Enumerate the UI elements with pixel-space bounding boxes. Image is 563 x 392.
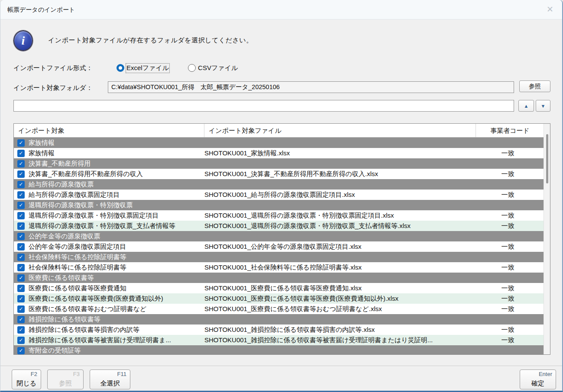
row-code: 一致 bbox=[476, 305, 544, 313]
table-row[interactable]: ✓ 決算書_不動産所得用不動産所得の収入 SHOTOKU001_決算書_不動産所… bbox=[14, 169, 544, 179]
row-code: 一致 bbox=[476, 222, 544, 230]
radio-label: CSVファイル bbox=[198, 64, 238, 72]
table-row[interactable]: ✓ 給与所得の源泉徴収票 bbox=[14, 179, 544, 190]
row-checkbox[interactable]: ✓ bbox=[17, 254, 25, 261]
row-file: SHOTOKU001_雑損控除に係る領収書等損害の内訳等.xlsx bbox=[204, 326, 476, 334]
row-code: 一致 bbox=[476, 284, 544, 292]
table-row[interactable]: ✓ 退職所得の源泉徴収票・特別徴収票_支払者情報等 SHOTOKU001_退職所… bbox=[14, 221, 544, 231]
browse-button[interactable]: 参照 bbox=[519, 80, 550, 92]
row-checkbox[interactable]: ✓ bbox=[17, 264, 25, 271]
table-row[interactable]: ✓ 公的年金等の源泉徴収票固定項目 SHOTOKU001_公的年金等の源泉徴収票… bbox=[14, 241, 544, 252]
close-icon[interactable]: ✕ bbox=[544, 3, 556, 16]
row-checkbox[interactable]: ✓ bbox=[17, 285, 25, 292]
table-row[interactable]: ✓ 決算書_不動産所得用 bbox=[14, 158, 544, 169]
table-row[interactable]: ✓ 公的年金等の源泉徴収票 bbox=[14, 231, 544, 241]
table-row[interactable]: ✓ 退職所得の源泉徴収票・特別徴収票固定項目 SHOTOKU001_退職所得の源… bbox=[14, 210, 544, 221]
move-up-button[interactable]: ▲ bbox=[518, 100, 534, 112]
row-file: SHOTOKU001_社会保険料等に係る控除証明書等.xlsx bbox=[204, 263, 476, 272]
dialog-title: 帳票データのインポート bbox=[7, 6, 75, 14]
table-row[interactable]: ✓ 給与所得の源泉徴収票固定項目 SHOTOKU001_給与所得の源泉徴収票固定… bbox=[14, 190, 544, 200]
row-checkbox[interactable]: ✓ bbox=[17, 212, 25, 219]
fkey-label: Enter bbox=[524, 371, 552, 377]
row-checkbox[interactable]: ✓ bbox=[17, 233, 25, 240]
row-file: SHOTOKU001_公的年金等の源泉徴収票固定項目.xlsx bbox=[204, 243, 476, 251]
footer-bar: F2 閉じる F3 参照 F11 全選択 Enter 確定 bbox=[0, 366, 562, 391]
row-checkbox[interactable]: ✓ bbox=[17, 160, 25, 167]
row-checkbox[interactable]: ✓ bbox=[17, 274, 25, 282]
table-row[interactable]: ✓ 家族情報 bbox=[14, 138, 544, 148]
file-format-options: Excelファイル CSVファイル bbox=[116, 64, 238, 72]
row-checkbox[interactable]: ✓ bbox=[17, 170, 25, 178]
close-button[interactable]: F2 閉じる bbox=[12, 370, 41, 389]
fbtn-label: 参照 bbox=[51, 379, 80, 387]
import-table: インポート対象 インポート対象ファイル 事業者コード ✓ 家族情報 ✓ 家族情報… bbox=[13, 123, 550, 355]
move-down-button[interactable]: ▼ bbox=[536, 100, 550, 112]
browse-footer-button: F3 参照 bbox=[47, 370, 84, 389]
table-scrollbar[interactable] bbox=[544, 124, 550, 354]
row-target: 公的年金等の源泉徴収票固定項目 bbox=[29, 243, 204, 251]
row-checkbox[interactable]: ✓ bbox=[17, 337, 25, 344]
row-target: 給与所得の源泉徴収票 bbox=[29, 180, 204, 189]
secondary-input[interactable] bbox=[13, 100, 514, 112]
row-target: 家族情報 bbox=[29, 149, 204, 157]
fbtn-label: 閉じる bbox=[16, 379, 37, 387]
table-row[interactable]: ✓ 退職所得の源泉徴収票・特別徴収票 bbox=[14, 200, 544, 210]
row-code: 一致 bbox=[476, 243, 544, 251]
row-checkbox[interactable]: ✓ bbox=[17, 222, 25, 230]
table-row[interactable]: ✓ 社会保険料等に係る控除証明書等 bbox=[14, 252, 544, 262]
row-target: 公的年金等の源泉徴収票 bbox=[29, 232, 204, 241]
row-code: 一致 bbox=[476, 263, 544, 272]
row-file: SHOTOKU001_医療費に係る領収書等医療費(医療費通知以外).xlsx bbox=[204, 295, 476, 303]
row-checkbox[interactable]: ✓ bbox=[17, 139, 25, 147]
fbtn-label: 確定 bbox=[524, 379, 552, 387]
folder-path-input[interactable] bbox=[108, 81, 514, 93]
row-checkbox[interactable]: ✓ bbox=[17, 150, 25, 157]
radio-icon bbox=[188, 64, 196, 72]
row-target: 決算書_不動産所得用不動産所得の収入 bbox=[29, 170, 204, 178]
row-checkbox[interactable]: ✓ bbox=[17, 202, 25, 209]
table-row[interactable]: ✓ 家族情報 SHOTOKU001_家族情報.xlsx 一致 bbox=[14, 148, 544, 158]
file-format-radio[interactable]: CSVファイル bbox=[188, 64, 238, 72]
fkey-label: F3 bbox=[51, 371, 80, 377]
table-row[interactable]: ✓ 医療費に係る領収書等医療費(医療費通知以外) SHOTOKU001_医療費に… bbox=[14, 293, 544, 304]
row-checkbox[interactable]: ✓ bbox=[17, 243, 25, 251]
table-row[interactable]: ✓ 医療費に係る領収書等おむつ証明書など SHOTOKU001_医療費に係る領収… bbox=[14, 304, 544, 314]
row-checkbox[interactable]: ✓ bbox=[17, 305, 25, 313]
confirm-button[interactable]: Enter 確定 bbox=[520, 370, 556, 389]
row-checkbox[interactable]: ✓ bbox=[17, 191, 25, 199]
row-code: 一致 bbox=[476, 191, 544, 199]
scrollbar-thumb[interactable] bbox=[546, 134, 548, 183]
table-row[interactable]: ✓ 雑損控除に係る領収書等損害の内訳等 SHOTOKU001_雑損控除に係る領収… bbox=[14, 325, 544, 335]
info-icon: i bbox=[13, 30, 33, 51]
select-all-button[interactable]: F11 全選択 bbox=[90, 370, 130, 389]
file-format-radio[interactable]: Excelファイル bbox=[116, 64, 169, 72]
row-checkbox[interactable]: ✓ bbox=[17, 347, 25, 354]
info-message: インポート対象ファイルが存在するフォルダを選択してください。 bbox=[48, 36, 253, 45]
row-target: 給与所得の源泉徴収票固定項目 bbox=[29, 191, 204, 199]
row-file: SHOTOKU001_決算書_不動産所得用不動産所得の収入.xlsx bbox=[204, 170, 476, 178]
col-header-file: インポート対象ファイル bbox=[204, 124, 476, 137]
table-row[interactable]: ✓ 寄附金の受領証等 bbox=[14, 345, 544, 355]
row-target: 社会保険料等に係る控除証明書等 bbox=[29, 263, 204, 272]
row-checkbox[interactable]: ✓ bbox=[17, 295, 25, 302]
import-dialog: 帳票データのインポート ✕ i インポート対象ファイルが存在するフォルダを選択し… bbox=[0, 0, 563, 392]
row-checkbox[interactable]: ✓ bbox=[17, 326, 25, 334]
row-file: SHOTOKU001_給与所得の源泉徴収票固定項目.xlsx bbox=[204, 191, 476, 199]
row-target: 退職所得の源泉徴収票・特別徴収票 bbox=[29, 201, 204, 209]
row-target: 医療費に係る領収書等医療費(医療費通知以外) bbox=[29, 295, 204, 303]
row-code: 一致 bbox=[476, 295, 544, 303]
fbtn-label: 全選択 bbox=[94, 379, 126, 387]
table-row[interactable]: ✓ 雑損控除に係る領収書等被害届け受理証明書ま... SHOTOKU001_雑損… bbox=[14, 335, 544, 345]
table-row[interactable]: ✓ 雑損控除に係る領収書等 bbox=[14, 314, 544, 325]
table-row[interactable]: ✓ 社会保険料等に係る控除証明書等 SHOTOKU001_社会保険料等に係る控除… bbox=[14, 262, 544, 273]
table-row[interactable]: ✓ 医療費に係る領収書等医療費通知 SHOTOKU001_医療費に係る領収書等医… bbox=[14, 283, 544, 293]
row-code: 一致 bbox=[476, 336, 544, 344]
row-checkbox[interactable]: ✓ bbox=[17, 181, 25, 188]
row-target: 雑損控除に係る領収書等損害の内訳等 bbox=[29, 326, 204, 334]
row-checkbox[interactable]: ✓ bbox=[17, 316, 25, 323]
row-target: 雑損控除に係る領収書等 bbox=[29, 315, 204, 324]
row-code: 一致 bbox=[476, 212, 544, 220]
row-target: 家族情報 bbox=[29, 139, 204, 147]
table-row[interactable]: ✓ 医療費に係る領収書等 bbox=[14, 273, 544, 283]
row-target: 医療費に係る領収書等おむつ証明書など bbox=[29, 305, 204, 313]
